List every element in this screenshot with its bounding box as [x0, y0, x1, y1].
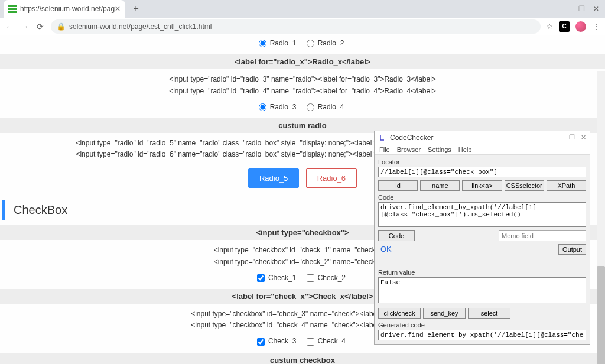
forward-button[interactable]: → — [20, 22, 30, 31]
browser-titlebar: https://selenium-world.net/pag ✕ + — ❐ ✕ — [0, 0, 605, 18]
window-close-icon[interactable]: ✕ — [593, 5, 599, 13]
window-maximize-icon[interactable]: ❐ — [578, 5, 585, 13]
tab-title: https://selenium-world.net/pag — [20, 5, 115, 13]
radio-3-label[interactable]: Radio_3 — [270, 103, 297, 111]
xpath-button[interactable]: XPath — [547, 180, 586, 191]
radio-4-label[interactable]: Radio_4 — [318, 103, 344, 111]
send-key-button[interactable]: send_key — [423, 308, 466, 318]
menu-settings[interactable]: Settings — [428, 146, 451, 153]
code-button[interactable]: Code — [378, 230, 415, 241]
code-line: <input type="radio" id="radio_3" name="r… — [0, 74, 605, 85]
profile-avatar-icon[interactable] — [575, 21, 586, 32]
tool-title: CodeChecker — [390, 134, 557, 142]
reload-button[interactable]: ⟳ — [35, 22, 45, 31]
check-1-label[interactable]: Check_1 — [268, 274, 296, 282]
return-label: Return value — [378, 269, 586, 276]
radio-4[interactable] — [307, 103, 314, 111]
return-textarea[interactable]: False — [378, 277, 586, 303]
code-textarea[interactable]: driver.find_element_by_xpath('//label[1]… — [378, 202, 586, 227]
check-4-label[interactable]: Check_4 — [318, 337, 346, 345]
cssselector-button[interactable]: CSSselector — [505, 180, 544, 191]
code-radio-3-4: <input type="radio" id="radio_3" name="r… — [0, 72, 605, 99]
generated-code-label: Generated code — [378, 321, 586, 329]
menu-file[interactable]: File — [379, 146, 390, 153]
radio-6-button[interactable]: Radio_6 — [306, 168, 357, 188]
url-bar[interactable]: 🔒 selenium-world.net/page/test_cntl_clic… — [51, 20, 541, 34]
code-line: <input type="radio" id="radio_4" name="r… — [0, 86, 605, 97]
tool-menubar: File Browser Settings Help — [375, 144, 590, 155]
tool-app-icon — [378, 134, 386, 142]
id-button[interactable]: id — [378, 180, 418, 191]
check-2-label[interactable]: Check_2 — [318, 274, 346, 282]
svg-rect-4 — [11, 8, 14, 10]
check-4[interactable] — [307, 338, 314, 346]
tool-minimize-icon[interactable]: — — [557, 134, 563, 141]
radio-1-label[interactable]: Radio_1 — [270, 39, 297, 47]
svg-rect-2 — [14, 5, 17, 7]
svg-rect-7 — [11, 11, 14, 13]
extension-icon[interactable]: C — [559, 21, 570, 32]
window-minimize-icon[interactable]: — — [563, 5, 570, 13]
check-2[interactable] — [307, 274, 314, 282]
check-1[interactable] — [257, 274, 265, 282]
ok-status: OK — [378, 243, 394, 255]
svg-rect-8 — [14, 11, 17, 13]
menu-help[interactable]: Help — [458, 146, 472, 153]
tool-maximize-icon[interactable]: ❐ — [569, 134, 575, 141]
generated-code-input[interactable] — [378, 330, 586, 340]
radio-1[interactable] — [259, 40, 266, 47]
bookmark-star-icon[interactable]: ☆ — [547, 22, 553, 31]
tab-favicon-icon — [8, 5, 17, 13]
svg-rect-9 — [378, 134, 386, 142]
radio-5-button[interactable]: Radio_5 — [248, 168, 299, 188]
radio-2[interactable] — [307, 40, 314, 47]
svg-rect-6 — [8, 11, 11, 13]
page-scrollbar[interactable] — [597, 71, 605, 364]
radio-3[interactable] — [259, 103, 266, 111]
svg-rect-0 — [8, 5, 11, 7]
locator-input[interactable] — [378, 167, 586, 177]
memo-input[interactable] — [499, 230, 586, 241]
browser-menu-icon[interactable]: ⋮ — [592, 22, 600, 31]
check-3[interactable] — [257, 338, 265, 346]
header-custum-checkbox: custum checkbox — [0, 353, 605, 364]
browser-toolbar: ← → ⟳ 🔒 selenium-world.net/page/test_cnt… — [0, 18, 605, 35]
tool-titlebar[interactable]: CodeChecker — ❐ ✕ — [375, 131, 590, 144]
tab-close-icon[interactable]: ✕ — [115, 5, 121, 13]
menu-browser[interactable]: Browser — [397, 146, 421, 153]
code-label: Code — [378, 194, 586, 201]
check-3-label[interactable]: Check_3 — [268, 337, 296, 345]
svg-rect-1 — [11, 5, 14, 7]
new-tab-button[interactable]: + — [129, 2, 143, 16]
url-text: selenium-world.net/page/test_cntl_click1… — [69, 22, 212, 31]
click-check-button[interactable]: click/check — [378, 308, 421, 318]
scroll-thumb[interactable] — [597, 266, 605, 364]
tool-close-icon[interactable]: ✕ — [581, 134, 586, 141]
radio-2-label[interactable]: Radio_2 — [318, 39, 344, 47]
radio-3-4-row: Radio_3 Radio_4 — [0, 99, 605, 115]
output-button[interactable]: Output — [558, 244, 586, 255]
lock-icon: 🔒 — [57, 22, 66, 31]
select-button[interactable]: select — [468, 308, 510, 318]
svg-rect-3 — [8, 8, 11, 10]
header-label-radio: <label for="radio_x">Radio_x</label> — [0, 54, 605, 69]
back-button[interactable]: ← — [5, 22, 14, 31]
codechecker-window: CodeChecker — ❐ ✕ File Browser Settings … — [374, 131, 590, 344]
browser-tab[interactable]: https://selenium-world.net/pag ✕ — [4, 0, 125, 18]
name-button[interactable]: name — [420, 180, 460, 191]
svg-rect-5 — [14, 8, 17, 10]
linka-button[interactable]: link<a> — [462, 180, 502, 191]
locator-label: Locator — [378, 158, 586, 165]
radio-1-2-row: Radio_1 Radio_2 — [0, 35, 605, 51]
